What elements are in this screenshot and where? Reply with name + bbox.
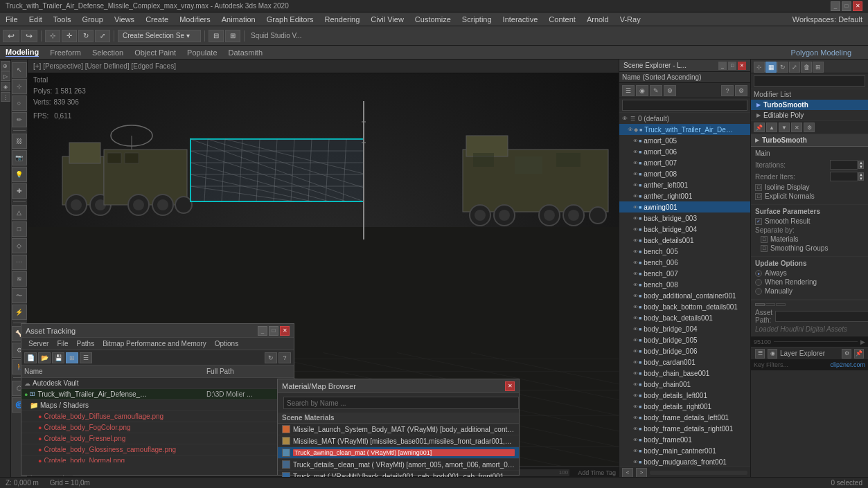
- se-object-name[interactable]: awning001: [622, 100, 747, 111]
- tree-item-bench005[interactable]: 👁■bench_005: [619, 246, 750, 257]
- uo-render-row[interactable]: When Rendering: [755, 278, 864, 286]
- tool-lasso[interactable]: ○: [12, 96, 27, 111]
- sp-smgrp-check[interactable]: □: [761, 245, 768, 252]
- tree-item-bbbd001[interactable]: 👁■body_back_bottom_details001: [619, 301, 750, 312]
- uo-always-row[interactable]: Always: [755, 269, 864, 277]
- tree-item-frm001[interactable]: 👁■body_frame001: [619, 434, 750, 445]
- ts-isoline-row[interactable]: □ Isoline Display: [755, 183, 864, 191]
- scale-btn[interactable]: ⤢: [95, 30, 110, 42]
- mb-item-missile-launch[interactable]: Missile_Launch_System_Body_MAT (VRayMtl)…: [278, 424, 519, 435]
- menu-arnold[interactable]: Arnold: [581, 12, 614, 26]
- tool-patch[interactable]: ≋: [12, 271, 27, 287]
- ts-iter-spinner[interactable]: ▲ ▼: [858, 161, 864, 169]
- redo-btn[interactable]: ↪: [21, 30, 37, 42]
- left-icon-1[interactable]: ⊕: [1, 61, 10, 71]
- tree-item-amort005[interactable]: 👁■amort_005: [619, 135, 750, 146]
- menu-edit[interactable]: Edit: [24, 12, 48, 26]
- tree-item-det-r[interactable]: 👁■body_details_right001: [619, 401, 750, 412]
- menu-file[interactable]: File: [0, 12, 24, 26]
- menu-create[interactable]: Create: [140, 12, 174, 26]
- tree-item-mud-f[interactable]: 👁■body_mudguards_front001: [619, 456, 750, 466]
- maximize-btn[interactable]: □: [842, 1, 851, 11]
- se-close[interactable]: ✕: [738, 62, 746, 70]
- at-menu-paths[interactable]: Paths: [73, 340, 99, 347]
- ts-iter-input[interactable]: 0: [830, 160, 858, 170]
- menu-group[interactable]: Group: [76, 12, 109, 26]
- sub-populate[interactable]: Populate: [187, 48, 217, 57]
- at-menu-file[interactable]: File: [53, 340, 72, 347]
- tool-dynamics[interactable]: ⚡: [12, 305, 27, 320]
- turbosmooth-header[interactable]: ▶ TurboSmooth: [751, 134, 868, 147]
- at-restore[interactable]: □: [269, 326, 278, 336]
- minimize-btn[interactable]: _: [831, 1, 840, 11]
- tool-helper[interactable]: ✚: [12, 183, 27, 199]
- se-minimize[interactable]: _: [718, 62, 727, 70]
- mod-settings[interactable]: ⚙: [804, 123, 815, 132]
- sub-object-paint[interactable]: Object Paint: [134, 48, 176, 57]
- mb-titlebar[interactable]: Material/Map Browser ✕: [278, 379, 519, 393]
- tree-item-bench006[interactable]: 👁■bench_006: [619, 257, 750, 268]
- tool-shapes[interactable]: △: [12, 205, 27, 220]
- tree-item-bench007[interactable]: 👁■bench_007: [619, 268, 750, 279]
- tab-scale[interactable]: ⤢: [789, 62, 800, 73]
- tree-item-amort008[interactable]: 👁■amort_008: [619, 168, 750, 179]
- tree-item-bb004[interactable]: 👁■back_bridge_004: [619, 224, 750, 235]
- tool-select[interactable]: ⊹: [12, 79, 27, 94]
- menu-scripting[interactable]: Scripting: [457, 12, 497, 26]
- at-btn-help[interactable]: ?: [278, 352, 291, 363]
- mb-item-truck-details[interactable]: Truck_details_clean_mat ( VRayMtl) [amor…: [278, 459, 519, 471]
- mod-down[interactable]: ▼: [779, 123, 790, 132]
- mb-close[interactable]: ✕: [505, 381, 515, 391]
- tool-standard[interactable]: □: [12, 222, 27, 237]
- tree-item-bridge004[interactable]: 👁■body_bridge_004: [619, 323, 750, 334]
- sub-datasmith[interactable]: Datasmith: [229, 48, 263, 57]
- se-btn-settings[interactable]: ⚙: [735, 85, 747, 96]
- modifier-object-name[interactable]: awning001: [754, 75, 865, 87]
- ts-explicit-row[interactable]: □ Explicit Normals: [755, 192, 864, 200]
- la-tab-load[interactable]: [755, 303, 765, 306]
- tool-pointer[interactable]: ↖: [12, 62, 27, 78]
- at-minimize[interactable]: _: [258, 326, 267, 336]
- rotate-btn[interactable]: ↻: [78, 30, 94, 42]
- la-asset-path-input[interactable]: [775, 311, 868, 322]
- se-btn-scene[interactable]: ☰: [622, 85, 635, 96]
- mirror-btn[interactable]: ⊞: [225, 30, 240, 42]
- mb-search-input[interactable]: [283, 397, 519, 409]
- at-menu-server[interactable]: Server: [24, 340, 53, 347]
- uo-render-radio[interactable]: [755, 279, 762, 286]
- tree-item-cardan[interactable]: 👁■body_cardan001: [619, 356, 750, 368]
- at-btn-new[interactable]: 📄: [24, 352, 37, 363]
- tree-item-bac001[interactable]: 👁■body_additional_container001: [619, 290, 750, 301]
- tree-item-layer[interactable]: 👁 ☰ 0 (default): [619, 113, 750, 124]
- left-icon-3[interactable]: ◈: [1, 82, 10, 91]
- menu-customize[interactable]: Customize: [409, 12, 457, 26]
- tree-item-bridge005[interactable]: 👁■body_bridge_005: [619, 334, 750, 345]
- tree-item-awning001[interactable]: 👁■awning001: [619, 201, 750, 213]
- tab-delete[interactable]: 🗑: [801, 62, 812, 73]
- se-maximize[interactable]: □: [728, 62, 736, 70]
- tool-camera[interactable]: 📷: [12, 150, 27, 165]
- at-btn-open[interactable]: 📂: [38, 352, 51, 363]
- select-btn[interactable]: ⊹: [45, 30, 60, 42]
- at-row-maps[interactable]: 📁 Maps / Shaders: [21, 400, 294, 411]
- tab-select[interactable]: ⊹: [754, 62, 765, 73]
- at-row-glossiness[interactable]: ● Crotale_body_Glossiness_camouflage.png: [21, 444, 294, 455]
- mb-item-missiles[interactable]: Missiles_MAT (VRayMtl) [missiles_base001…: [278, 435, 519, 447]
- menu-views[interactable]: Views: [109, 12, 140, 26]
- se-btn-display[interactable]: ◉: [636, 85, 648, 96]
- menu-vray[interactable]: V-Ray: [614, 12, 646, 26]
- at-menu-options[interactable]: Options: [211, 340, 242, 347]
- key-filters-label[interactable]: Key Filters...: [754, 361, 788, 368]
- se-btn-edit[interactable]: ✎: [650, 85, 662, 96]
- tree-item-chain[interactable]: 👁■body_chain001: [619, 379, 750, 390]
- at-row-maxfile[interactable]: ● ⚿ Truck_with_Trailer_Air_Defense_Missi…: [21, 389, 294, 400]
- at-row-diffuse[interactable]: ● Crotale_body_Diffuse_camouflage.png: [21, 411, 294, 422]
- menu-animation[interactable]: Animation: [216, 12, 261, 26]
- left-icon-2[interactable]: ▷: [1, 71, 10, 81]
- tree-item-bridge006[interactable]: 👁■body_bridge_006: [619, 345, 750, 356]
- ts-render-spinner[interactable]: ▲ ▼: [858, 172, 864, 181]
- at-close[interactable]: ✕: [280, 326, 290, 336]
- left-icon-4[interactable]: ⋮: [1, 92, 10, 102]
- sub-freeform[interactable]: Freeform: [50, 48, 81, 57]
- layer-btn1[interactable]: ☰: [755, 349, 765, 359]
